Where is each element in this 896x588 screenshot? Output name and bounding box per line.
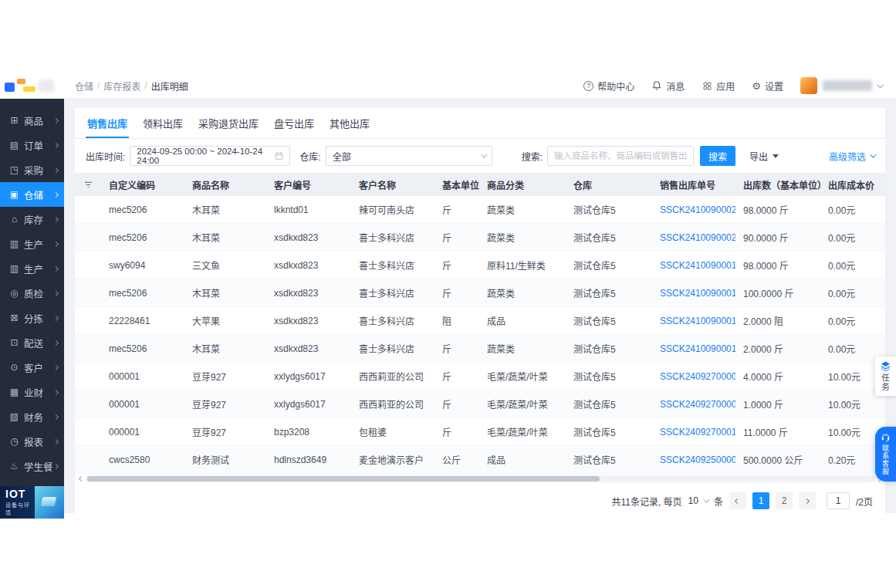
sidebar-item-label: 质检: [24, 286, 54, 301]
apps-button[interactable]: 应用: [702, 79, 735, 93]
cell-base-unit: 斤: [434, 335, 479, 362]
contact-service-floating-button[interactable]: 联系客服: [875, 427, 896, 482]
column-header: 销售出库单号: [652, 173, 735, 196]
cell-base-unit: 斤: [434, 252, 479, 279]
sidebar-item-business-finance[interactable]: ▦ 业财: [0, 380, 64, 404]
page-number-button[interactable]: 2: [776, 492, 793, 509]
production-icon: ▥: [8, 263, 20, 274]
cell-outbound-cost: 0.00元: [820, 224, 885, 251]
procurement-icon: ◳: [8, 164, 20, 175]
sidebar-item-quality[interactable]: ◎ 质检: [0, 281, 64, 306]
cell-product-name: 木耳菜: [184, 335, 266, 362]
iot-image: [35, 486, 64, 519]
scroll-left-arrow[interactable]: [76, 475, 86, 484]
outbound-tabs: 销售出库 领料出库 采购退货出库 盘亏出库 其他出库: [75, 108, 885, 139]
sidebar-item-label: 生产: [24, 237, 54, 252]
breadcrumb-item-warehouse[interactable]: 仓储: [75, 79, 93, 93]
tab-material-outbound[interactable]: 领料出库: [141, 108, 184, 138]
prev-page-button[interactable]: [729, 492, 746, 509]
page-number-button[interactable]: 1: [752, 492, 769, 509]
cell-warehouse: 测试仓库5: [566, 196, 652, 223]
sidebar-item-production-1[interactable]: ▥ 生产: [0, 231, 64, 256]
tab-loss-outbound[interactable]: 盘亏出库: [272, 108, 316, 138]
export-button[interactable]: 导出: [745, 146, 783, 166]
scrollbar-thumb[interactable]: [87, 476, 600, 482]
sidebar-item-sorting[interactable]: ⊠ 分拣: [0, 306, 64, 330]
search-button[interactable]: 搜索: [700, 146, 735, 166]
cell-customer-name: 辣可可南头店: [351, 196, 434, 223]
cell-outbound-order-link[interactable]: SSCK24100900017: [652, 279, 735, 306]
page-size-select[interactable]: 10: [688, 495, 708, 506]
sidebar-item-goods[interactable]: ⊞ 商品: [0, 108, 64, 133]
app-logo[interactable]: [0, 73, 64, 99]
warehouse-select[interactable]: 全部: [326, 146, 492, 166]
cell-warehouse: 测试仓库5: [566, 446, 652, 473]
help-center-button[interactable]: ? 帮助中心: [583, 79, 634, 93]
sidebar-item-procurement[interactable]: ◳ 采购: [0, 157, 64, 182]
chevron-right-icon: [53, 414, 59, 419]
cell-custom-code: 22228461: [101, 307, 184, 334]
cell-category: 毛菜/蔬菜/叶菜: [479, 390, 566, 417]
cell-outbound-order-link[interactable]: SSCK24092500004: [652, 446, 735, 473]
sidebar-item-finance[interactable]: ▧ 财务: [0, 404, 64, 429]
advanced-filter-button[interactable]: 高级筛选: [829, 150, 874, 163]
breadcrumb-item-inventory-report[interactable]: 库存报表: [103, 79, 140, 93]
cell-outbound-order-link[interactable]: SSCK24092700011: [652, 418, 735, 445]
student-meal-icon: ♨: [8, 461, 20, 471]
sidebar-item-customers[interactable]: ⊙ 客户: [0, 355, 64, 380]
bell-icon: [651, 80, 662, 91]
cell-outbound-cost: 0.00元: [820, 307, 885, 334]
sidebar-item-inventory[interactable]: ⌂ 库存: [0, 207, 64, 231]
cell-warehouse: 测试仓库5: [566, 363, 652, 390]
iot-banner[interactable]: IOT 设备与环境: [0, 486, 64, 519]
caret-down-icon: [773, 154, 779, 158]
cell-customer-name: 喜士多科兴店: [351, 252, 434, 279]
user-name-redacted: [823, 80, 872, 91]
sidebar-item-reports[interactable]: ◷ 报表: [0, 429, 64, 454]
task-label: 任务: [880, 373, 891, 391]
cell-outbound-qty: 1.0000 斤: [735, 390, 820, 417]
messages-button[interactable]: 消息: [651, 79, 685, 93]
layers-icon: [880, 360, 891, 372]
cell-outbound-order-link[interactable]: SSCK24100900020: [652, 224, 735, 251]
cell-outbound-order-link[interactable]: SSCK24100900017: [652, 252, 735, 279]
filter-bar: 出库时间: 2024-09-25 00:00 ~ 2024-10-24 24:0…: [75, 139, 885, 173]
cell-outbound-order-link[interactable]: SSCK24100900015: [652, 307, 735, 334]
page-jump-input[interactable]: [827, 492, 850, 509]
cell-warehouse: 测试仓库5: [566, 390, 652, 417]
chevron-left-icon: [735, 498, 740, 503]
cell-customer-no: hdlnszd3649: [266, 446, 351, 473]
next-page-button[interactable]: [799, 492, 816, 509]
tab-other-outbound[interactable]: 其他出库: [328, 108, 371, 138]
cell-category: 蔬菜类: [479, 335, 566, 362]
sidebar-item-student-meals[interactable]: ♨ 学生餐: [0, 454, 64, 478]
cell-customer-name: 麦金地演示客户: [351, 446, 434, 473]
search-input[interactable]: [547, 146, 694, 166]
date-range-picker[interactable]: 2024-09-25 00:00 ~ 2024-10-24 24:00: [130, 146, 290, 166]
chevron-down-icon: [877, 82, 883, 88]
sidebar-item-delivery[interactable]: ⊡ 配送: [0, 330, 64, 355]
sidebar-item-orders[interactable]: ▤ 订单: [0, 133, 64, 157]
cell-outbound-order-link[interactable]: SSCK24092700004: [652, 363, 735, 390]
sidebar-item-label: 财务: [24, 410, 54, 424]
sidebar-item-label: 库存: [24, 212, 54, 227]
filter-columns-icon[interactable]: [75, 173, 101, 196]
sidebar-item-warehouse[interactable]: ▣ 仓储: [0, 182, 64, 207]
cell-product-name: 豆芽927: [184, 418, 266, 445]
logo-mark-ghost: [39, 79, 54, 92]
settings-button[interactable]: ⚙ 设置: [752, 79, 783, 93]
cell-outbound-order-link[interactable]: SSCK24100900015: [652, 335, 735, 362]
user-menu[interactable]: [800, 77, 882, 94]
table-row: 000001 豆芽927 xxlydgs6017 西西莉亚的公司 斤 毛菜/蔬菜…: [75, 363, 885, 390]
cell-warehouse: 测试仓库5: [566, 252, 652, 279]
task-floating-button[interactable]: 任务: [875, 357, 896, 396]
tab-sales-outbound[interactable]: 销售出库: [86, 108, 129, 138]
tab-purchase-return-outbound[interactable]: 采购退货出库: [197, 108, 260, 138]
apps-label: 应用: [716, 79, 735, 93]
chevron-right-icon: [53, 241, 59, 246]
cell-outbound-qty: 11.0000 斤: [735, 418, 820, 445]
cell-outbound-order-link[interactable]: SSCK24100900021: [652, 196, 735, 223]
outbound-detail-card: 销售出库 领料出库 采购退货出库 盘亏出库 其他出库 出库时间:: [75, 108, 885, 519]
sidebar-item-production-2[interactable]: ▥ 生产: [0, 256, 64, 281]
cell-outbound-order-link[interactable]: SSCK24092700004: [652, 390, 735, 417]
